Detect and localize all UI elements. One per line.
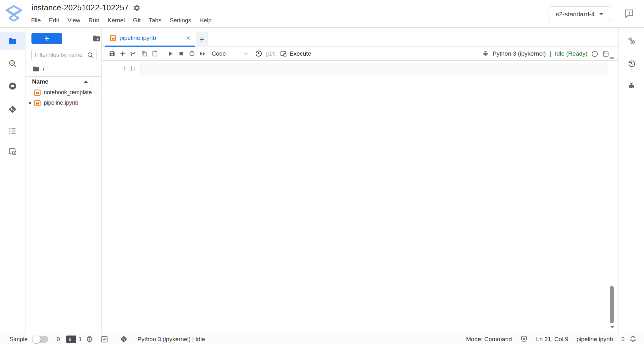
interrupt-kernel-button[interactable] bbox=[176, 48, 186, 59]
page-title: instance-20251022-102257 bbox=[31, 3, 129, 12]
column-header-more[interactable]: ... bbox=[91, 77, 99, 87]
menu-kernel[interactable]: Kernel bbox=[103, 16, 129, 25]
toggle-knob bbox=[32, 335, 41, 343]
git-status-icon[interactable] bbox=[120, 335, 128, 343]
filter-files-input[interactable] bbox=[35, 52, 87, 58]
simple-mode-toggle[interactable] bbox=[32, 336, 48, 343]
calendar-clock-icon bbox=[280, 50, 287, 57]
menu-git[interactable]: Git bbox=[129, 16, 145, 25]
plus-icon bbox=[43, 35, 51, 42]
save-icon bbox=[109, 50, 115, 57]
sidebar-item-scheduled-jobs[interactable] bbox=[0, 143, 25, 160]
new-folder-button[interactable] bbox=[92, 34, 101, 43]
scrollbar-top-dash bbox=[610, 57, 614, 59]
search-icon bbox=[87, 52, 94, 59]
paste-icon bbox=[152, 50, 158, 57]
restart-run-all-button[interactable] bbox=[197, 48, 208, 59]
machine-type-dropdown[interactable]: e2-standard-4 bbox=[548, 6, 611, 22]
scrollbar-down-arrow-icon[interactable] bbox=[610, 326, 614, 328]
sidebar-item-git[interactable] bbox=[0, 101, 25, 118]
copy-icon bbox=[141, 50, 147, 57]
execute-button[interactable]: Execute bbox=[280, 50, 311, 57]
add-cell-button[interactable] bbox=[117, 48, 128, 59]
new-launcher-button[interactable] bbox=[31, 33, 62, 44]
kernel-state: Idle (Ready) bbox=[555, 50, 588, 57]
restart-icon bbox=[189, 50, 195, 57]
chevron-down-icon bbox=[599, 13, 603, 15]
kernel-chip-icon[interactable] bbox=[86, 335, 93, 343]
column-header-name[interactable]: Name bbox=[32, 78, 48, 85]
menu-file[interactable]: File bbox=[27, 16, 45, 25]
sidebar-item-history[interactable] bbox=[619, 55, 644, 72]
sidebar-item-file-browser[interactable] bbox=[0, 32, 25, 50]
active-filename: pipeline.ipynb bbox=[576, 336, 613, 343]
save-button[interactable] bbox=[107, 48, 117, 59]
tab-pipeline-notebook[interactable]: pipeline.ipynb bbox=[105, 30, 195, 47]
new-tab-button[interactable] bbox=[196, 32, 208, 47]
sidebar-item-debugger[interactable] bbox=[619, 78, 644, 94]
kernel-name[interactable]: Python 3 (ipykernel) bbox=[493, 50, 546, 57]
separator: | bbox=[550, 50, 551, 57]
notebook-content: [ ]: bbox=[102, 61, 618, 334]
resource-usage-chart-icon[interactable] bbox=[100, 335, 108, 343]
sidebar-item-running-kernels[interactable] bbox=[0, 77, 25, 95]
close-icon[interactable] bbox=[185, 35, 192, 41]
menu-view[interactable]: View bbox=[63, 16, 84, 25]
execution-time-button[interactable] bbox=[253, 48, 264, 59]
menu-settings[interactable]: Settings bbox=[165, 16, 195, 25]
kernel-running-dot bbox=[29, 102, 31, 104]
debugger-bug-icon[interactable] bbox=[482, 50, 489, 57]
bug-icon bbox=[627, 82, 636, 90]
notebook-file-icon bbox=[110, 35, 116, 41]
sort-ascending-icon bbox=[84, 80, 88, 83]
sidebar-item-usage-search[interactable] bbox=[0, 55, 25, 72]
menu-run[interactable]: Run bbox=[84, 16, 103, 25]
command-mode-indicator[interactable]: Mode: Command bbox=[466, 336, 512, 343]
sidebar-item-property-inspector[interactable] bbox=[619, 33, 644, 49]
plus-icon bbox=[198, 36, 206, 43]
run-cell-button[interactable] bbox=[165, 48, 176, 59]
status-bar: Simple 0 $_ 1 Python 3 (ipykernel) | Id bbox=[0, 334, 644, 344]
terminal-icon[interactable]: $_ bbox=[66, 336, 76, 343]
fast-forward-icon bbox=[199, 50, 206, 57]
cell-editor-input[interactable] bbox=[141, 63, 607, 75]
notification-bell-icon[interactable] bbox=[629, 335, 637, 343]
calendar-icon[interactable] bbox=[602, 50, 609, 57]
file-browser-panel: / Name ... notebook_template.i... pipeli… bbox=[25, 28, 102, 334]
cursor-position[interactable]: Ln 21, Col 9 bbox=[536, 336, 568, 343]
menu-edit[interactable]: Edit bbox=[45, 16, 64, 25]
feedback-icon[interactable] bbox=[624, 8, 635, 19]
restart-kernel-button[interactable] bbox=[186, 48, 197, 59]
workbench-logo-icon bbox=[4, 3, 24, 24]
trust-shield-icon[interactable] bbox=[520, 335, 528, 343]
menu-tabs[interactable]: Tabs bbox=[145, 16, 165, 25]
file-row[interactable]: notebook_template.i... bbox=[25, 87, 102, 98]
file-list-header[interactable]: Name ... bbox=[25, 76, 102, 87]
folder-icon[interactable] bbox=[32, 65, 40, 73]
scrollbar-thumb[interactable] bbox=[610, 286, 614, 323]
terminal-count[interactable]: 0 bbox=[57, 336, 60, 343]
new-folder-icon bbox=[92, 34, 101, 43]
plus-icon bbox=[119, 50, 126, 57]
kernel-status-circle-icon[interactable] bbox=[591, 50, 598, 57]
copy-cells-button[interactable] bbox=[139, 48, 149, 59]
menu-help[interactable]: Help bbox=[195, 16, 216, 25]
file-row[interactable]: pipeline.ipynb bbox=[25, 98, 102, 108]
notification-count[interactable]: 5 bbox=[621, 336, 625, 343]
cut-cells-button[interactable]: ✂ bbox=[128, 48, 139, 59]
instance-settings-gear-icon[interactable] bbox=[133, 4, 141, 12]
kernel-status-text: Python 3 (ipykernel) | Idle bbox=[137, 336, 205, 343]
top-header: instance-20251022-102257 File Edit View … bbox=[0, 0, 644, 28]
git-toolbar-button[interactable]: git bbox=[266, 51, 275, 57]
paste-cells-button[interactable] bbox=[149, 48, 160, 59]
clock-icon bbox=[255, 50, 262, 57]
scissors-icon: ✂ bbox=[130, 49, 137, 58]
notebook-scrollbar bbox=[609, 57, 614, 330]
sidebar-item-table-of-contents[interactable] bbox=[0, 122, 25, 140]
calendar-clock-icon bbox=[8, 147, 17, 156]
cell-type-dropdown[interactable]: Code bbox=[212, 50, 249, 57]
kernel-status-indicator[interactable]: Python 3 (ipykernel) | Idle bbox=[137, 334, 205, 344]
kernel-count[interactable]: 1 bbox=[79, 336, 82, 343]
breadcrumb-root[interactable]: / bbox=[43, 66, 44, 73]
cell-type-label: Code bbox=[212, 50, 243, 57]
